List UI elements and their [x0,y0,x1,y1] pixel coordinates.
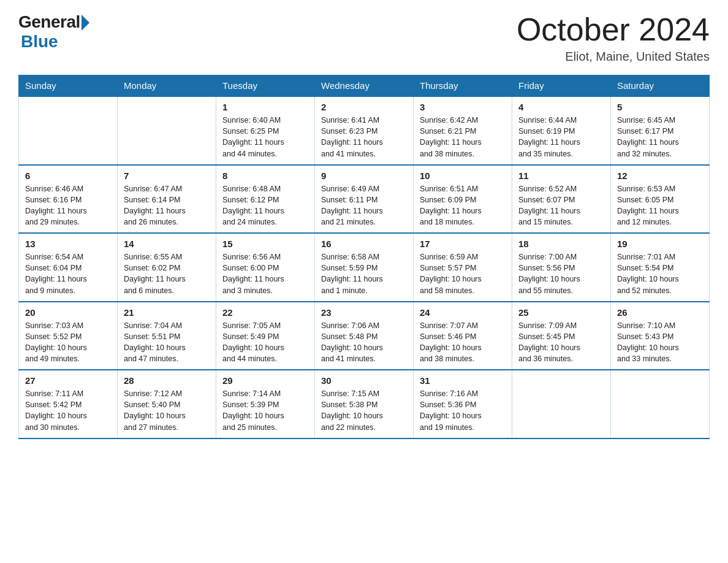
calendar-cell: 14Sunrise: 6:55 AMSunset: 6:02 PMDayligh… [118,233,216,302]
title-block: October 2024 Eliot, Maine, United States [517,12,710,64]
page-header: General Blue October 2024 Eliot, Maine, … [18,12,710,64]
day-detail: Sunrise: 6:45 AMSunset: 6:17 PMDaylight:… [617,115,703,159]
day-number: 21 [124,307,210,318]
calendar-week-row: 13Sunrise: 6:54 AMSunset: 6:04 PMDayligh… [19,233,710,302]
day-number: 30 [321,375,407,386]
day-detail: Sunrise: 6:59 AMSunset: 5:57 PMDaylight:… [420,251,506,296]
day-detail: Sunrise: 6:48 AMSunset: 6:12 PMDaylight:… [222,183,308,228]
calendar-cell [118,96,216,165]
day-detail: Sunrise: 7:04 AMSunset: 5:51 PMDaylight:… [124,320,210,365]
location-subtitle: Eliot, Maine, United States [517,50,710,64]
day-number: 3 [420,102,506,112]
calendar-cell: 30Sunrise: 7:15 AMSunset: 5:38 PMDayligh… [315,370,414,439]
day-number: 22 [222,307,308,318]
day-number: 31 [420,375,506,386]
calendar-cell: 17Sunrise: 6:59 AMSunset: 5:57 PMDayligh… [414,233,512,302]
day-number: 12 [617,170,703,181]
day-number: 13 [25,239,111,249]
day-number: 26 [617,307,703,318]
calendar-cell: 1Sunrise: 6:40 AMSunset: 6:25 PMDaylight… [216,96,315,165]
day-detail: Sunrise: 7:10 AMSunset: 5:43 PMDaylight:… [617,320,703,365]
calendar-cell: 6Sunrise: 6:46 AMSunset: 6:16 PMDaylight… [19,165,118,234]
logo-arrow-icon [82,15,89,31]
calendar-header-row: SundayMondayTuesdayWednesdayThursdayFrid… [19,75,710,97]
calendar-cell: 22Sunrise: 7:05 AMSunset: 5:49 PMDayligh… [216,302,315,370]
month-year-title: October 2024 [517,12,710,47]
day-detail: Sunrise: 6:42 AMSunset: 6:21 PMDaylight:… [420,115,506,159]
calendar-cell: 4Sunrise: 6:44 AMSunset: 6:19 PMDaylight… [512,96,611,165]
calendar-week-row: 20Sunrise: 7:03 AMSunset: 5:52 PMDayligh… [19,302,710,370]
calendar-cell: 27Sunrise: 7:11 AMSunset: 5:42 PMDayligh… [19,370,118,439]
calendar-cell [512,370,611,439]
day-detail: Sunrise: 6:46 AMSunset: 6:16 PMDaylight:… [25,183,111,228]
logo: General Blue [18,12,89,52]
logo-blue-text: Blue [21,32,58,52]
day-detail: Sunrise: 6:53 AMSunset: 6:05 PMDaylight:… [617,183,703,228]
calendar-header-sunday: Sunday [19,75,118,97]
day-number: 28 [124,375,210,386]
calendar-cell: 31Sunrise: 7:16 AMSunset: 5:36 PMDayligh… [414,370,512,439]
calendar-cell [611,370,710,439]
day-number: 24 [420,307,506,318]
day-number: 27 [25,375,111,386]
calendar-header-tuesday: Tuesday [216,75,315,97]
day-detail: Sunrise: 7:12 AMSunset: 5:40 PMDaylight:… [124,388,210,433]
calendar-week-row: 1Sunrise: 6:40 AMSunset: 6:25 PMDaylight… [19,96,710,165]
calendar-week-row: 27Sunrise: 7:11 AMSunset: 5:42 PMDayligh… [19,370,710,439]
calendar-cell: 8Sunrise: 6:48 AMSunset: 6:12 PMDaylight… [216,165,315,234]
day-detail: Sunrise: 7:09 AMSunset: 5:45 PMDaylight:… [518,320,604,365]
day-number: 10 [420,170,506,181]
calendar-cell: 3Sunrise: 6:42 AMSunset: 6:21 PMDaylight… [414,96,512,165]
day-detail: Sunrise: 6:55 AMSunset: 6:02 PMDaylight:… [124,251,210,296]
day-number: 8 [222,170,308,181]
day-number: 4 [518,102,604,112]
day-number: 2 [321,102,407,112]
calendar-header-saturday: Saturday [611,75,710,97]
day-number: 20 [25,307,111,318]
calendar-cell: 7Sunrise: 6:47 AMSunset: 6:14 PMDaylight… [118,165,216,234]
calendar-header-thursday: Thursday [414,75,512,97]
calendar-cell: 24Sunrise: 7:07 AMSunset: 5:46 PMDayligh… [414,302,512,370]
day-detail: Sunrise: 7:11 AMSunset: 5:42 PMDaylight:… [25,388,111,433]
day-number: 23 [321,307,407,318]
calendar-cell: 28Sunrise: 7:12 AMSunset: 5:40 PMDayligh… [118,370,216,439]
day-detail: Sunrise: 6:49 AMSunset: 6:11 PMDaylight:… [321,183,407,228]
calendar-cell: 23Sunrise: 7:06 AMSunset: 5:48 PMDayligh… [315,302,414,370]
day-number: 16 [321,239,407,249]
day-detail: Sunrise: 7:16 AMSunset: 5:36 PMDaylight:… [420,388,506,433]
day-detail: Sunrise: 6:44 AMSunset: 6:19 PMDaylight:… [518,115,604,159]
calendar-cell: 26Sunrise: 7:10 AMSunset: 5:43 PMDayligh… [611,302,710,370]
day-detail: Sunrise: 6:47 AMSunset: 6:14 PMDaylight:… [124,183,210,228]
day-detail: Sunrise: 6:51 AMSunset: 6:09 PMDaylight:… [420,183,506,228]
calendar-cell: 10Sunrise: 6:51 AMSunset: 6:09 PMDayligh… [414,165,512,234]
day-number: 15 [222,239,308,249]
day-number: 7 [124,170,210,181]
day-detail: Sunrise: 7:14 AMSunset: 5:39 PMDaylight:… [222,388,308,433]
day-number: 29 [222,375,308,386]
day-detail: Sunrise: 6:58 AMSunset: 5:59 PMDaylight:… [321,251,407,296]
calendar-cell [19,96,118,165]
day-number: 19 [617,239,703,249]
calendar-cell: 19Sunrise: 7:01 AMSunset: 5:54 PMDayligh… [611,233,710,302]
day-detail: Sunrise: 7:03 AMSunset: 5:52 PMDaylight:… [25,320,111,365]
day-detail: Sunrise: 7:05 AMSunset: 5:49 PMDaylight:… [222,320,308,365]
day-detail: Sunrise: 7:01 AMSunset: 5:54 PMDaylight:… [617,251,703,296]
calendar-cell: 15Sunrise: 6:56 AMSunset: 6:00 PMDayligh… [216,233,315,302]
calendar-cell: 2Sunrise: 6:41 AMSunset: 6:23 PMDaylight… [315,96,414,165]
day-detail: Sunrise: 6:54 AMSunset: 6:04 PMDaylight:… [25,251,111,296]
calendar-header-wednesday: Wednesday [315,75,414,97]
day-detail: Sunrise: 7:07 AMSunset: 5:46 PMDaylight:… [420,320,506,365]
day-number: 5 [617,102,703,112]
day-number: 17 [420,239,506,249]
calendar-cell: 12Sunrise: 6:53 AMSunset: 6:05 PMDayligh… [611,165,710,234]
calendar-header-monday: Monday [118,75,216,97]
calendar-cell: 18Sunrise: 7:00 AMSunset: 5:56 PMDayligh… [512,233,611,302]
day-number: 1 [222,102,308,112]
day-detail: Sunrise: 7:06 AMSunset: 5:48 PMDaylight:… [321,320,407,365]
calendar-cell: 29Sunrise: 7:14 AMSunset: 5:39 PMDayligh… [216,370,315,439]
day-number: 14 [124,239,210,249]
calendar-cell: 9Sunrise: 6:49 AMSunset: 6:11 PMDaylight… [315,165,414,234]
day-number: 9 [321,170,407,181]
calendar-table: SundayMondayTuesdayWednesdayThursdayFrid… [18,75,710,439]
logo-general-text: General [18,12,80,32]
